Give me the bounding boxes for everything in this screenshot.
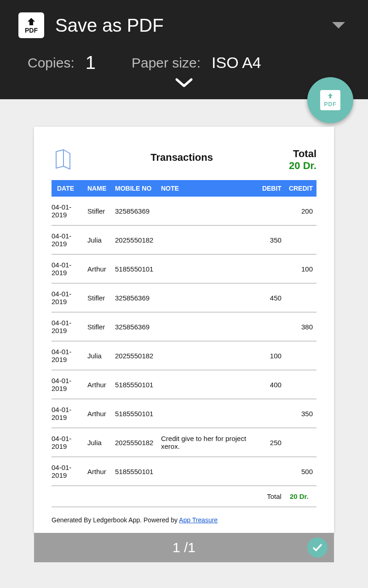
print-options-row: Copies: 1 Paper size: ISO A4 (0, 41, 368, 73)
cell-date: 04-01-2019 (52, 197, 84, 226)
footer-total-label: Total (52, 486, 285, 507)
cell-note (157, 341, 259, 370)
cell-mobile: 2025550182 (111, 341, 157, 370)
dropdown-caret-icon (332, 22, 345, 28)
cell-mobile: 5185550101 (111, 399, 157, 428)
cell-date: 04-01-2019 (52, 312, 84, 341)
confirm-button[interactable] (307, 537, 328, 558)
cell-debit: 400 (259, 370, 285, 399)
table-row: 04-01-2019Stifler325856369450 (52, 283, 316, 312)
cell-mobile: 5185550101 (111, 370, 157, 399)
cell-credit (285, 428, 316, 457)
page-navigation-bar: 1 /1 (34, 533, 334, 562)
cell-debit (259, 312, 285, 341)
cell-note (157, 399, 259, 428)
cell-mobile: 325856369 (111, 312, 157, 341)
cell-note (157, 197, 259, 226)
footer-total-value: 20 Dr. (285, 486, 316, 507)
copies-label: Copies: (28, 55, 75, 71)
document-header: Transactions Total 20 Dr. (52, 147, 316, 173)
cell-credit (285, 341, 316, 370)
cell-date: 04-01-2019 (52, 254, 84, 283)
cell-note (157, 226, 259, 254)
cell-mobile: 2025550182 (111, 226, 157, 254)
cell-date: 04-01-2019 (52, 457, 84, 486)
cell-name: Arthur (84, 457, 111, 486)
cell-debit (259, 197, 285, 226)
check-icon (312, 542, 323, 553)
printer-destination-row[interactable]: PDF Save as PDF (0, 9, 368, 41)
cell-credit: 200 (285, 197, 316, 226)
copies-value[interactable]: 1 (86, 52, 96, 73)
cell-date: 04-01-2019 (52, 283, 84, 312)
transactions-table: DATE NAME MOBILE NO NOTE DEBIT CREDIT 04… (52, 180, 316, 507)
cell-credit (285, 370, 316, 399)
preview-area: Transactions Total 20 Dr. DATE NAME MOBI… (0, 99, 368, 562)
cell-note (157, 312, 259, 341)
cell-note: Credit give to her for project xerox. (157, 428, 259, 457)
chevron-down-icon (174, 77, 194, 90)
table-row: 04-01-2019Julia2025550182Credit give to … (52, 428, 316, 457)
cell-debit (259, 254, 285, 283)
col-date: DATE (52, 180, 84, 197)
table-row: 04-01-2019Stifler325856369380 (52, 312, 316, 341)
pdf-destination-icon: PDF (18, 12, 44, 38)
table-row: 04-01-2019Julia2025550182100 (52, 341, 316, 370)
cell-credit: 500 (285, 457, 316, 486)
cell-name: Arthur (84, 254, 111, 283)
document-total: Total 20 Dr. (289, 147, 316, 172)
generated-by-text: Generated By Ledgerbook App. Powered by … (52, 516, 316, 524)
table-row: 04-01-2019Arthur5185550101100 (52, 254, 316, 283)
svg-text:PDF: PDF (25, 27, 38, 34)
table-row: 04-01-2019Arthur5185550101500 (52, 457, 316, 486)
cell-debit: 450 (259, 283, 285, 312)
table-row: 04-01-2019Stifler325856369200 (52, 197, 316, 226)
pdf-download-icon: PDF (320, 90, 340, 110)
cell-mobile: 325856369 (111, 197, 157, 226)
page-preview[interactable]: Transactions Total 20 Dr. DATE NAME MOBI… (34, 127, 334, 533)
cell-date: 04-01-2019 (52, 341, 84, 370)
cell-name: Stifler (84, 197, 111, 226)
table-row: 04-01-2019Arthur5185550101400 (52, 370, 316, 399)
cell-date: 04-01-2019 (52, 428, 84, 457)
col-debit: DEBIT (259, 180, 285, 197)
cell-name: Julia (84, 428, 111, 457)
col-note: NOTE (157, 180, 259, 197)
cell-note (157, 457, 259, 486)
generated-prefix: Generated By Ledgerbook App. Powered by (52, 516, 179, 524)
paper-size-label: Paper size: (132, 55, 201, 71)
cell-name: Arthur (84, 370, 111, 399)
cell-date: 04-01-2019 (52, 370, 84, 399)
cell-name: Arthur (84, 399, 111, 428)
app-treasure-link[interactable]: App Treasure (179, 516, 218, 524)
document-title: Transactions (75, 147, 289, 164)
paper-size-value[interactable]: ISO A4 (212, 54, 261, 72)
cell-credit: 350 (285, 399, 316, 428)
cell-debit: 100 (259, 341, 285, 370)
cell-credit (285, 283, 316, 312)
cell-date: 04-01-2019 (52, 226, 84, 254)
cell-debit: 350 (259, 226, 285, 254)
cell-note (157, 254, 259, 283)
cell-name: Stifler (84, 312, 111, 341)
cell-date: 04-01-2019 (52, 399, 84, 428)
total-label: Total (289, 148, 316, 160)
save-pdf-fab[interactable]: PDF (307, 77, 353, 123)
cell-note (157, 283, 259, 312)
col-name: NAME (84, 180, 111, 197)
cell-mobile: 325856369 (111, 283, 157, 312)
cell-credit (285, 226, 316, 254)
table-row: 04-01-2019Arthur5185550101350 (52, 399, 316, 428)
cell-name: Julia (84, 341, 111, 370)
col-mobile: MOBILE NO (111, 180, 157, 197)
cell-name: Stifler (84, 283, 111, 312)
cell-mobile: 5185550101 (111, 254, 157, 283)
cell-debit (259, 457, 285, 486)
cell-note (157, 370, 259, 399)
total-value: 20 Dr. (289, 160, 316, 172)
cell-debit: 250 (259, 428, 285, 457)
table-row: 04-01-2019Julia2025550182350 (52, 226, 316, 254)
printer-destination-title: Save as PDF (55, 15, 332, 36)
cell-mobile: 2025550182 (111, 428, 157, 457)
cell-credit: 380 (285, 312, 316, 341)
